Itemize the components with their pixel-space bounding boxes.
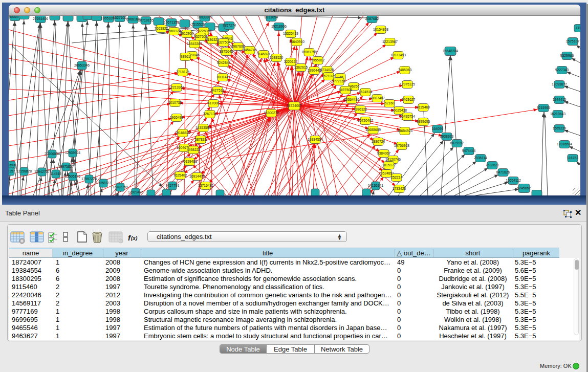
svg-text:14136141: 14136141 bbox=[368, 184, 383, 187]
svg-text:1588520: 1588520 bbox=[270, 56, 284, 59]
svg-text:9227343: 9227343 bbox=[555, 68, 569, 72]
svg-text:1244415: 1244415 bbox=[553, 98, 567, 101]
svg-text:9115460: 9115460 bbox=[417, 105, 430, 109]
svg-text:23226058: 23226058 bbox=[196, 29, 211, 33]
svg-text:7625402: 7625402 bbox=[173, 173, 187, 177]
svg-text:164095: 164095 bbox=[432, 127, 444, 130]
svg-text:16914479: 16914479 bbox=[189, 174, 205, 178]
svg-text:1990443: 1990443 bbox=[308, 69, 321, 72]
svg-text:7632621: 7632621 bbox=[486, 163, 499, 167]
svg-text:1569239: 1569239 bbox=[553, 126, 567, 130]
svg-text:9327504: 9327504 bbox=[217, 40, 231, 44]
svg-text:2718176: 2718176 bbox=[176, 70, 190, 74]
svg-text:16648784: 16648784 bbox=[443, 49, 458, 53]
svg-text:6879197: 6879197 bbox=[450, 141, 464, 145]
svg-text:8960124: 8960124 bbox=[167, 29, 181, 33]
svg-text:17957223: 17957223 bbox=[81, 177, 97, 181]
svg-text:9146821: 9146821 bbox=[257, 52, 271, 56]
svg-text:1010755: 1010755 bbox=[168, 101, 182, 104]
svg-text:9242845: 9242845 bbox=[217, 61, 231, 64]
svg-text:12093872: 12093872 bbox=[552, 82, 567, 86]
svg-text:62160: 62160 bbox=[385, 101, 395, 105]
svg-text:12505175: 12505175 bbox=[65, 174, 80, 178]
svg-text:12975125: 12975125 bbox=[400, 82, 415, 86]
svg-text:9463627: 9463627 bbox=[402, 98, 416, 101]
svg-text:14120746: 14120746 bbox=[385, 158, 401, 161]
svg-text:19166825: 19166825 bbox=[175, 131, 190, 135]
svg-text:8813054: 8813054 bbox=[265, 16, 278, 19]
svg-text:9457791: 9457791 bbox=[166, 184, 180, 187]
svg-text:4498222: 4498222 bbox=[187, 148, 201, 151]
svg-text:12923486: 12923486 bbox=[128, 190, 143, 194]
svg-text:10807487: 10807487 bbox=[369, 96, 385, 100]
svg-text:15720407: 15720407 bbox=[358, 119, 373, 122]
svg-text:9427512: 9427512 bbox=[211, 89, 225, 92]
svg-text:10154808: 10154808 bbox=[373, 28, 388, 31]
svg-text:20364436: 20364436 bbox=[344, 98, 359, 101]
svg-text:10671355: 10671355 bbox=[164, 20, 179, 24]
svg-text:1035061: 1035061 bbox=[9, 163, 18, 167]
svg-text:12942757: 12942757 bbox=[34, 170, 50, 173]
svg-text:417006: 417006 bbox=[208, 101, 220, 105]
svg-text:(x): (x) bbox=[131, 235, 138, 241]
svg-text:587831: 587831 bbox=[195, 138, 207, 141]
svg-text:7857274: 7857274 bbox=[223, 24, 236, 27]
svg-text:7386322: 7386322 bbox=[354, 107, 367, 111]
svg-text:16782759: 16782759 bbox=[113, 185, 128, 189]
svg-text:6497508: 6497508 bbox=[339, 88, 353, 92]
svg-text:39157: 39157 bbox=[9, 169, 15, 173]
svg-text:16033809: 16033809 bbox=[197, 16, 212, 19]
svg-text:10025438: 10025438 bbox=[391, 108, 407, 112]
svg-text:1624514: 1624514 bbox=[359, 90, 373, 94]
svg-text:12213363: 12213363 bbox=[169, 85, 184, 89]
svg-text:7955812: 7955812 bbox=[311, 58, 325, 62]
svg-text:16640910: 16640910 bbox=[289, 40, 304, 43]
svg-text:8215955: 8215955 bbox=[537, 106, 551, 110]
svg-text:252214: 252214 bbox=[391, 176, 403, 179]
svg-text:3267130: 3267130 bbox=[203, 112, 217, 116]
svg-text:9474444: 9474444 bbox=[462, 149, 476, 152]
svg-text:3220137: 3220137 bbox=[284, 60, 298, 63]
svg-text:8454749: 8454749 bbox=[243, 48, 257, 52]
svg-text:27691406: 27691406 bbox=[33, 17, 48, 20]
svg-text:10688609: 10688609 bbox=[365, 128, 381, 132]
svg-text:7515526: 7515526 bbox=[191, 23, 205, 26]
svg-text:2967608: 2967608 bbox=[231, 45, 245, 48]
svg-text:7663822: 7663822 bbox=[155, 27, 168, 30]
svg-text:3875645: 3875645 bbox=[220, 50, 233, 53]
svg-text:1113: 1113 bbox=[576, 26, 580, 30]
svg-text:114519: 114519 bbox=[50, 172, 61, 176]
svg-text:17016504: 17016504 bbox=[557, 142, 572, 146]
svg-text:10654112: 10654112 bbox=[506, 179, 521, 182]
svg-text:8912954: 8912954 bbox=[180, 32, 194, 35]
svg-text:2087682: 2087682 bbox=[365, 17, 379, 20]
svg-text:1621025: 1621025 bbox=[322, 74, 336, 78]
svg-text:13325419: 13325419 bbox=[283, 32, 298, 35]
svg-text:9777169: 9777169 bbox=[332, 79, 346, 83]
svg-text:10973493: 10973493 bbox=[390, 53, 406, 57]
svg-text:1880724: 1880724 bbox=[372, 140, 385, 143]
svg-text:12939924: 12939924 bbox=[65, 151, 80, 155]
svg-text:1362615: 1362615 bbox=[294, 65, 308, 69]
svg-text:19384554: 19384554 bbox=[308, 138, 323, 141]
svg-text:8471626: 8471626 bbox=[496, 170, 510, 174]
svg-text:2935114: 2935114 bbox=[474, 156, 487, 160]
svg-text:16543362: 16543362 bbox=[187, 42, 202, 46]
svg-text:13975857: 13975857 bbox=[58, 165, 74, 168]
svg-text:7485063: 7485063 bbox=[398, 68, 412, 72]
svg-text:1815172: 1815172 bbox=[382, 163, 396, 167]
svg-text:15495754: 15495754 bbox=[400, 115, 415, 118]
svg-text:10719155: 10719155 bbox=[138, 18, 154, 22]
svg-text:19756928: 19756928 bbox=[394, 144, 409, 147]
svg-text:9329966: 9329966 bbox=[560, 54, 574, 57]
svg-text:15300275: 15300275 bbox=[264, 111, 279, 115]
svg-text:14353594: 14353594 bbox=[195, 126, 211, 129]
svg-text:9384067: 9384067 bbox=[377, 151, 391, 155]
svg-text:116753: 116753 bbox=[567, 156, 578, 160]
svg-text:0899695: 0899695 bbox=[417, 120, 430, 123]
svg-text:9245652: 9245652 bbox=[517, 186, 531, 190]
svg-text:19218906: 19218906 bbox=[271, 25, 287, 28]
svg-text:16961758: 16961758 bbox=[301, 50, 317, 54]
svg-text:1733426: 1733426 bbox=[393, 187, 406, 190]
svg-text:18724007: 18724007 bbox=[287, 104, 302, 107]
